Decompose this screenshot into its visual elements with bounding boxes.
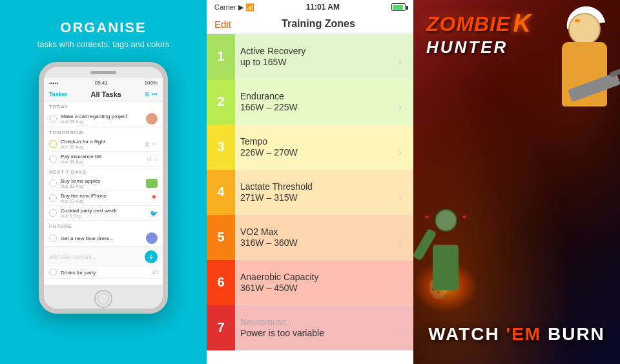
hunter-text: HUNTER	[426, 37, 531, 57]
task-circle	[49, 155, 57, 163]
phone-screen: ••••• 09:41 100% Tasker All Tasks ⊞ ••• …	[44, 78, 163, 285]
add-task-bar[interactable]: add task content... +	[44, 247, 163, 267]
task-text: Buy the new iPhone due 31 Aug	[61, 193, 150, 203]
edit-button[interactable]: Edit	[214, 19, 231, 30]
middle-panel: Carrier ▶ 📶 11:01 AM Edit Training Zones…	[207, 0, 413, 364]
battery-fill	[393, 5, 403, 10]
task-circle	[49, 234, 57, 242]
zone-range-row: 361W – 450W ›	[240, 282, 402, 294]
zombie-text: ZOMBIE	[426, 14, 510, 34]
zone-range-row: up to 165W ›	[240, 56, 402, 68]
task-due: due 30 Aug	[61, 145, 144, 149]
task-tag: 🏷	[152, 270, 158, 276]
task-text: Drinks for party	[61, 270, 152, 276]
task-due: due 31 Aug	[61, 199, 150, 203]
future-header: FUTURE	[44, 221, 163, 230]
task-due: due 29 Aug	[61, 119, 146, 124]
task-item[interactable]: Pay insurance bill due 30 Aug ↺ ○	[44, 152, 163, 167]
left-panel: ORGANISE tasks with contexts, tags and c…	[0, 0, 207, 364]
task-name: Get a new blue dress...	[61, 236, 146, 241]
zone-list: 1Active Recoveryup to 165W ›2Endurance16…	[207, 34, 413, 364]
zone-name: Tempo	[240, 136, 402, 147]
zone-number: 6	[207, 260, 235, 305]
goggles	[575, 19, 580, 22]
zone-range-text: Power is too variable	[240, 328, 324, 338]
phone-app-header: Tasker All Tasks ⊞ •••	[44, 88, 163, 101]
char-gun	[568, 72, 620, 102]
game-character	[523, 13, 614, 207]
zone-range-row: 226W – 270W ›	[240, 147, 402, 158]
task-name: Buy some apples	[61, 178, 146, 184]
task-item[interactable]: Get a new blue dress...	[44, 230, 163, 247]
today-header: TODAY	[44, 101, 163, 111]
zone-range-text: 271W – 315W	[240, 192, 298, 203]
nav-bar: Edit Training Zones	[207, 14, 413, 34]
zombie-eye	[425, 216, 429, 218]
task-item[interactable]: Cocktail party next week due 5 Sep 🐦	[44, 206, 163, 221]
battery-icon	[391, 3, 406, 11]
task-item[interactable]: Make a call regarding project due 29 Aug	[44, 111, 163, 127]
char-body	[562, 42, 607, 106]
phone-battery: 100%	[145, 80, 158, 86]
chevron-right-icon: ›	[398, 101, 402, 113]
game-logo: ZOMBIE K HUNTER	[426, 10, 531, 57]
avatar	[146, 232, 158, 244]
phone-dots: •••••	[49, 80, 58, 86]
zone-range-row: 166W – 225W ›	[240, 101, 402, 113]
task-name: Check-in for a flight	[61, 139, 144, 145]
task-circle-yellow	[49, 140, 57, 148]
task-item[interactable]: Check-in for a flight due 30 Aug 🗑 ✏	[44, 137, 163, 152]
task-due: due 31 Aug	[61, 184, 146, 188]
task-item[interactable]: Drinks for party 🏷	[44, 267, 163, 279]
zone-number: 2	[207, 79, 235, 125]
game-tagline: WATCH 'EM BURN	[413, 324, 620, 345]
zombie-head	[435, 209, 457, 232]
zone-range-text: 166W – 225W	[240, 102, 298, 112]
task-name: Cocktail party next week	[61, 208, 150, 214]
zone-info: Anaerobic Capacity361W – 450W ›	[235, 272, 407, 294]
page-title: Training Zones	[282, 18, 355, 30]
zone-range-row: 316W – 360W ›	[240, 237, 402, 248]
filter-icon[interactable]: ⊞ •••	[145, 91, 158, 97]
location-icon: 📍	[150, 195, 158, 202]
zone-row[interactable]: 4Lactate Threshold271W – 315W ›	[207, 170, 413, 215]
task-circle	[49, 179, 57, 187]
phone-mockup: ••••• 09:41 100% Tasker All Tasks ⊞ ••• …	[39, 62, 168, 314]
zone-range-row: Power is too variable ›	[240, 327, 402, 339]
task-item[interactable]: Buy some apples due 31 Aug	[44, 176, 163, 191]
zone-info: Tempo226W – 270W ›	[235, 136, 407, 158]
zone-range-row: 271W – 315W ›	[240, 192, 402, 203]
zone-row[interactable]: 2Endurance166W – 225W ›	[207, 79, 413, 125]
zone-range-text: 226W – 270W	[240, 147, 298, 157]
zone-row[interactable]: 1Active Recoveryup to 165W ›	[207, 34, 413, 79]
zone-row[interactable]: 5VO2 Max316W – 360W ›	[207, 215, 413, 260]
zombie-body	[433, 245, 459, 290]
task-text: Make a call regarding project due 29 Aug	[61, 114, 146, 124]
zone-info: Neuromusc...Power is too variable ›	[235, 317, 407, 339]
organise-subtitle: tasks with contexts, tags and colors	[37, 39, 169, 49]
task-item[interactable]: Buy the new iPhone due 31 Aug 📍	[44, 191, 163, 206]
zone-row[interactable]: 7Neuromusc...Power is too variable ›	[207, 305, 413, 350]
apples-image	[146, 179, 158, 188]
avatar	[146, 113, 158, 125]
zone-info: VO2 Max316W – 360W ›	[235, 227, 407, 248]
task-circle	[49, 115, 57, 123]
task-name: Pay insurance bill	[61, 154, 147, 159]
zone-name: Active Recovery	[240, 46, 402, 56]
tasker-logo: Tasker	[49, 91, 67, 97]
task-name: Drinks for party	[61, 270, 152, 276]
twitter-icon: 🐦	[150, 210, 158, 217]
zone-row[interactable]: 3Tempo226W – 270W ›	[207, 125, 413, 170]
chevron-right-icon: ›	[398, 327, 402, 339]
k-text: K	[513, 10, 530, 37]
phone-header-all-tasks: All Tasks	[90, 90, 121, 98]
phone-home-button[interactable]	[94, 290, 112, 308]
task-circle	[49, 194, 57, 202]
zone-info: Endurance166W – 225W ›	[235, 91, 407, 113]
add-task-button[interactable]: +	[145, 250, 158, 263]
zone-range-text: 361W – 450W	[240, 283, 298, 293]
task-circle	[49, 268, 57, 276]
zone-row[interactable]: 6Anaerobic Capacity361W – 450W ›	[207, 260, 413, 305]
zone-name: VO2 Max	[240, 227, 402, 237]
task-text: Cocktail party next week due 5 Sep	[61, 208, 150, 218]
